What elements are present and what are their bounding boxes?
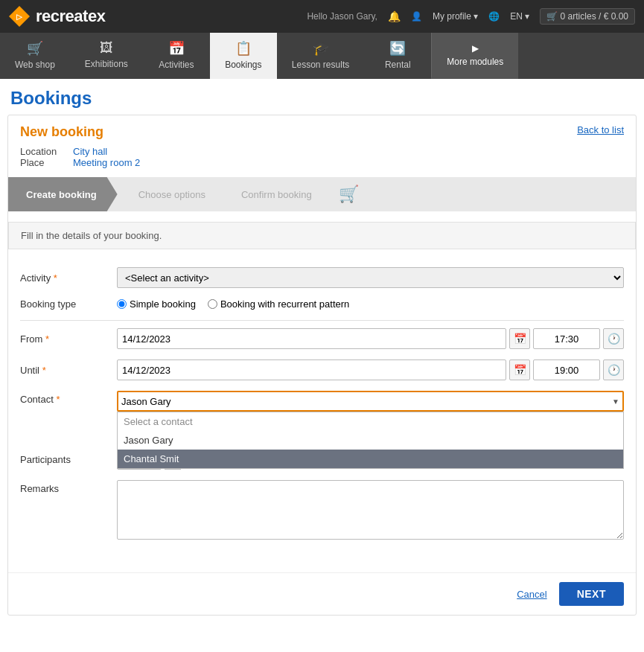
webshop-icon: 🛒 bbox=[27, 40, 43, 57]
nav-item-lesson-results[interactable]: 🎓 Lesson results bbox=[277, 33, 364, 79]
profile-link[interactable]: My profile ▾ bbox=[433, 11, 478, 22]
next-button[interactable]: NEXT bbox=[559, 582, 624, 606]
rental-icon: 🔄 bbox=[389, 40, 406, 57]
contact-option-placeholder[interactable]: Select a contact bbox=[118, 412, 623, 431]
cart-button[interactable]: 🛒 0 articles / € 0.00 bbox=[540, 8, 635, 25]
remarks-textarea[interactable] bbox=[117, 480, 624, 540]
radio-simple-label[interactable]: Simple booking bbox=[117, 298, 196, 310]
contact-option-chantal[interactable]: Chantal Smit bbox=[118, 450, 623, 468]
logo-icon: ▷ bbox=[9, 6, 30, 27]
step-choose-options: Choose options bbox=[118, 177, 220, 211]
cancel-button[interactable]: Cancel bbox=[517, 589, 546, 600]
top-bar-right: Hello Jason Gary, 🔔 👤 My profile ▾ 🌐 EN … bbox=[307, 8, 635, 25]
nav-item-exhibitions[interactable]: 🖼 Exhibitions bbox=[70, 33, 143, 79]
until-date-input[interactable] bbox=[117, 359, 506, 380]
contact-label: Contact * bbox=[20, 394, 117, 405]
booking-type-label: Booking type bbox=[20, 298, 117, 310]
nav-label-bookings: Bookings bbox=[225, 60, 261, 70]
until-datetime-group: 📅 🕐 bbox=[117, 359, 624, 380]
from-clock-icon[interactable]: 🕐 bbox=[603, 328, 624, 349]
radio-recurrent-text: Booking with recurrent pattern bbox=[220, 298, 349, 310]
divider-1 bbox=[20, 320, 624, 321]
from-label: From * bbox=[20, 333, 117, 345]
booking-type-radios: Simple booking Booking with recurrent pa… bbox=[117, 298, 349, 310]
card-header: New booking Location City hall Place Mee… bbox=[8, 115, 636, 177]
booking-info: New booking Location City hall Place Mee… bbox=[20, 124, 140, 168]
from-row: From * 📅 🕐 bbox=[20, 328, 624, 349]
place-value: Meeting room 2 bbox=[73, 157, 140, 168]
from-datetime-group: 📅 🕐 bbox=[117, 328, 624, 349]
activity-label: Activity * bbox=[20, 272, 117, 284]
activity-required: * bbox=[54, 272, 57, 284]
location-value: City hall bbox=[73, 146, 107, 157]
contact-option-jason[interactable]: Jason Gary bbox=[118, 431, 623, 450]
radio-recurrent[interactable] bbox=[208, 299, 217, 309]
step-confirm-label: Confirm booking bbox=[241, 189, 312, 200]
contact-select-display[interactable]: Jason Gary ▼ bbox=[117, 391, 624, 412]
nav-item-webshop[interactable]: 🛒 Web shop bbox=[0, 33, 70, 79]
participants-label: Participants bbox=[20, 454, 117, 465]
contact-wrapper: Jason Gary ▼ Select a contact Jason Gary… bbox=[117, 391, 624, 412]
info-row: Location City hall bbox=[20, 146, 140, 157]
top-bar: ▷ recreatex Hello Jason Gary, 🔔 👤 My pro… bbox=[0, 0, 644, 33]
bell-icon[interactable]: 🔔 bbox=[388, 10, 401, 22]
bookings-icon: 📋 bbox=[235, 40, 252, 57]
place-row: Place Meeting room 2 bbox=[20, 157, 140, 168]
more-modules-arrow: ▶ bbox=[472, 43, 479, 54]
exhibitions-icon: 🖼 bbox=[100, 40, 113, 56]
nav-bar: 🛒 Web shop 🖼 Exhibitions 📅 Activities 📋 … bbox=[0, 33, 644, 79]
from-date-input[interactable] bbox=[117, 328, 506, 349]
nav-label-rental: Rental bbox=[385, 60, 411, 70]
contact-row: Contact * Jason Gary ▼ Select a contact … bbox=[20, 391, 624, 412]
remarks-label: Remarks bbox=[20, 483, 117, 494]
language-selector[interactable]: EN ▾ bbox=[510, 11, 529, 22]
until-row: Until * 📅 🕐 bbox=[20, 359, 624, 380]
contact-dropdown: Select a contact Jason Gary Chantal Smit bbox=[117, 412, 624, 469]
nav-item-bookings[interactable]: 📋 Bookings bbox=[210, 33, 277, 79]
form-section: Activity * <Select an activity> Booking … bbox=[8, 260, 636, 557]
until-time-input[interactable] bbox=[533, 359, 600, 380]
activity-select[interactable]: <Select an activity> bbox=[117, 267, 624, 288]
remarks-row: Remarks bbox=[20, 480, 624, 540]
nav-label-lesson-results: Lesson results bbox=[292, 60, 349, 70]
fill-bar-text: Fill in the details of your booking. bbox=[21, 230, 162, 241]
booking-card: New booking Location City hall Place Mee… bbox=[7, 115, 637, 616]
page-content: Bookings New booking Location City hall … bbox=[0, 79, 644, 638]
step-confirm-booking: Confirm booking bbox=[220, 177, 327, 211]
until-clock-icon[interactable]: 🕐 bbox=[603, 359, 624, 380]
globe-icon: 🌐 bbox=[488, 11, 500, 22]
from-time-input[interactable] bbox=[533, 328, 600, 349]
activity-row: Activity * <Select an activity> bbox=[20, 267, 624, 288]
profile-icon: 👤 bbox=[411, 11, 422, 22]
step-create-label: Create booking bbox=[26, 189, 97, 200]
contact-dropdown-arrow: ▼ bbox=[612, 397, 619, 406]
nav-item-more-modules[interactable]: ▶ More modules bbox=[431, 33, 518, 79]
page-title: Bookings bbox=[7, 79, 637, 115]
lesson-results-icon: 🎓 bbox=[313, 40, 329, 57]
radio-simple-text: Simple booking bbox=[130, 298, 196, 310]
logo: ▷ recreatex bbox=[9, 6, 105, 27]
contact-selected-value: Jason Gary bbox=[121, 396, 612, 407]
nav-label-webshop: Web shop bbox=[15, 60, 55, 70]
cart-step-icon: 🛒 bbox=[327, 185, 359, 204]
fill-bar: Fill in the details of your booking. bbox=[8, 222, 636, 249]
location-label: Location bbox=[20, 146, 61, 157]
until-label: Until * bbox=[20, 365, 117, 376]
activities-icon: 📅 bbox=[168, 40, 185, 57]
back-to-list-link[interactable]: Back to list bbox=[577, 124, 624, 135]
nav-item-rental[interactable]: 🔄 Rental bbox=[364, 33, 431, 79]
step-options-label: Choose options bbox=[138, 189, 205, 200]
nav-label-exhibitions: Exhibitions bbox=[85, 59, 128, 69]
from-calendar-icon[interactable]: 📅 bbox=[509, 328, 530, 349]
booking-title: New booking bbox=[20, 124, 140, 140]
nav-label-more: More modules bbox=[447, 57, 503, 67]
hello-text: Hello Jason Gary, bbox=[307, 11, 377, 22]
booking-type-row: Booking type Simple booking Booking with… bbox=[20, 298, 624, 310]
radio-simple[interactable] bbox=[117, 299, 127, 309]
nav-item-activities[interactable]: 📅 Activities bbox=[143, 33, 210, 79]
logo-text: recreatex bbox=[36, 7, 105, 26]
bottom-bar: Cancel NEXT bbox=[8, 572, 636, 615]
radio-recurrent-label[interactable]: Booking with recurrent pattern bbox=[208, 298, 349, 310]
until-calendar-icon[interactable]: 📅 bbox=[509, 359, 530, 380]
steps-bar: Create booking Choose options Confirm bo… bbox=[8, 177, 636, 211]
